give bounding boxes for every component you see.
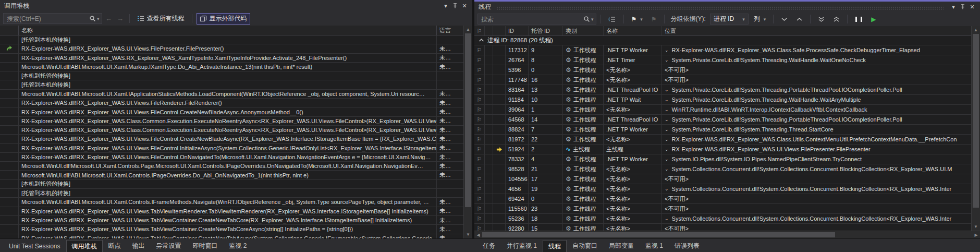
id-column-header[interactable]: ID: [506, 26, 529, 35]
expand-location-icon[interactable]: ⌄: [665, 107, 669, 112]
columns-button[interactable]: 列 ▾: [751, 14, 769, 25]
collapse-stacks-button[interactable]: [793, 14, 806, 25]
right-panel-tab[interactable]: 并行监视 1: [501, 240, 543, 252]
search-icon[interactable]: [89, 15, 96, 22]
thaw-thread-button[interactable]: ▶: [868, 14, 879, 25]
thread-flag-icon[interactable]: ⚐: [474, 194, 485, 203]
left-panel-tab[interactable]: 即时窗口: [187, 240, 224, 252]
window-menu-icon[interactable]: ▾: [441, 2, 450, 10]
thread-location[interactable]: ⌄System.Private.CoreLib.dll!System.Threa…: [662, 125, 971, 134]
thread-location[interactable]: ⌄System.IO.Pipes.dll!System.IO.Pipes.Nam…: [662, 154, 971, 164]
thread-flag-icon[interactable]: ⚐: [474, 65, 485, 75]
stack-frame-row[interactable]: RX-Explorer-WAS.dll!RX_Explorer_WAS.UI.V…: [0, 207, 463, 216]
thread-location[interactable]: <不可用>: [662, 194, 971, 203]
stack-frame-row[interactable]: [托管到本机的转换]: [0, 35, 463, 44]
thread-row[interactable]: ⚐6456814⚙工作线程.NET ThreadPool IO⌄System.P…: [474, 115, 971, 125]
thread-row[interactable]: ⚐267648⚙工作线程.NET Timer⌄System.Private.Co…: [474, 55, 971, 65]
call-stack-vertical-scrollbar[interactable]: ▲ ▼: [463, 26, 472, 238]
left-panel-tab[interactable]: 断点: [103, 240, 127, 252]
stack-frame-row[interactable]: Microsoft.WinUI.dll!Microsoft.UI.Xaml.Co…: [0, 162, 463, 171]
scroll-down-icon[interactable]: ▼: [972, 223, 980, 231]
left-panel-tab[interactable]: 监视 2: [224, 240, 253, 252]
stack-frame-row[interactable]: [本机到托管的转换]: [0, 71, 463, 80]
stack-frame-row[interactable]: Microsoft.WinUI.dll!ABI.Microsoft.UI.Xam…: [0, 171, 463, 179]
thread-flag-icon[interactable]: ⚐: [474, 135, 485, 144]
name-column-header[interactable]: 名称: [19, 26, 437, 35]
thread-row[interactable]: ⚐11774816⚙工作线程<无名称><不可用>: [474, 75, 971, 85]
stack-frame-row[interactable]: Microsoft.WinUI.dll!ABI.Microsoft.UI.Xam…: [0, 90, 463, 99]
thread-flag-icon[interactable]: ⚐: [474, 145, 485, 154]
stack-frame-row[interactable]: Microsoft.WinUI.dll!ABI.Microsoft.UI.Xam…: [0, 63, 463, 71]
stack-frame-row[interactable]: [托管到本机的转换]: [0, 80, 463, 89]
thread-location[interactable]: <不可用>: [662, 75, 971, 85]
thread-flag-icon[interactable]: ⚐: [474, 214, 485, 223]
thread-location[interactable]: ⌄System.Collections.Concurrent.dll!Syste…: [662, 214, 971, 223]
stack-frame-row[interactable]: RX-Explorer-WAS.dll!RX_Explorer_WAS.UI.V…: [0, 99, 463, 107]
expand-location-icon[interactable]: ⌄: [665, 186, 669, 191]
thread-flag-icon[interactable]: ⚐: [474, 45, 485, 55]
right-panel-tab[interactable]: 自动窗口: [567, 240, 603, 252]
thread-location[interactable]: <不可用>: [662, 224, 971, 231]
call-stack-search-input[interactable]: [7, 15, 89, 22]
thread-flag-icon[interactable]: ⚐: [474, 55, 485, 65]
freeze-thread-button[interactable]: [852, 14, 866, 25]
search-options-chevron-icon[interactable]: ▾: [591, 17, 594, 22]
thread-row[interactable]: ⚐519242∿主线程主线程⌄RX-Explorer-WAS.dll!RX_Ex…: [474, 145, 971, 154]
right-panel-tab[interactable]: 监视 1: [640, 240, 669, 252]
thread-location[interactable]: ⌄RX-Explorer-WAS.dll!RX_Explorer_WAS.UI.…: [662, 145, 971, 154]
right-panel-tab[interactable]: 任务: [477, 240, 501, 252]
scroll-track[interactable]: [972, 34, 980, 223]
left-panel-tab[interactable]: Unit Test Sessions: [3, 240, 66, 252]
scroll-right-icon[interactable]: ▶: [972, 233, 980, 237]
stack-frame-row[interactable]: RX-Explorer-WAS.dll!RX_Explorer_WAS.UI.V…: [0, 153, 463, 162]
thread-flag-icon[interactable]: ⚐: [474, 184, 485, 194]
navigate-forward-icon[interactable]: →: [116, 15, 125, 22]
thread-flag-icon[interactable]: ⚐: [474, 75, 485, 85]
stack-frame-row[interactable]: RX-Explorer-WAS.dll!RX_Explorer_WAS.UI.V…: [0, 216, 463, 225]
thread-flag-icon[interactable]: ⚐: [474, 174, 485, 184]
thread-flag-icon[interactable]: ⚐: [474, 204, 485, 213]
thread-row[interactable]: ⚐10455617⚙工作线程<无名称><不可用>: [474, 174, 971, 184]
stack-frame-row[interactable]: [本机到托管的转换]: [0, 180, 463, 189]
right-panel-tab[interactable]: 错误列表: [669, 240, 705, 252]
thread-row[interactable]: ⚐11556023⚙工作线程<无名称><不可用>: [474, 204, 971, 214]
left-panel-tab[interactable]: 输出: [127, 240, 151, 252]
stack-frame-row[interactable]: RX-Explorer-WAS.dll!RX_Explorer_WAS.UI.V…: [0, 135, 463, 143]
view-all-threads-button[interactable]: 查看所有线程: [134, 13, 188, 25]
thread-location[interactable]: ⌄RX-Explorer-WAS.dll!RX_Explorer_WAS.Cla…: [662, 135, 971, 144]
scroll-thumb[interactable]: [973, 34, 979, 208]
thread-location[interactable]: ⌄RX-Explorer-WAS.dll!RX_Explorer_WAS.Cla…: [662, 45, 971, 55]
thread-flag-icon[interactable]: ⚐: [474, 105, 485, 114]
stack-frame-row[interactable]: RX-Explorer-WAS.dll!RX_Explorer_WAS.UI.V…: [0, 144, 463, 153]
flag-current-thread-button[interactable]: ⚑: [648, 14, 660, 25]
thread-row[interactable]: ⚐5523618⚙工作线程<无名称>⌄System.Collections.Co…: [474, 214, 971, 224]
thread-location[interactable]: <不可用>: [662, 204, 971, 213]
close-icon[interactable]: ✕: [460, 2, 469, 10]
titlebar-drag-area[interactable]: [496, 6, 944, 10]
stack-frame-row[interactable]: RX-Explorer-WAS.dll!RX_Explorer_WAS.RX_E…: [0, 54, 463, 63]
right-panel-tab[interactable]: 线程: [543, 240, 567, 252]
thread-flag-icon[interactable]: ⚐: [474, 125, 485, 134]
thread-flag-icon[interactable]: ⚐: [474, 224, 485, 231]
expand-location-icon[interactable]: ⌄: [665, 137, 669, 142]
expand-location-icon[interactable]: ⌄: [665, 166, 669, 172]
scroll-left-icon[interactable]: ◀: [474, 233, 482, 237]
thread-flag-icon[interactable]: ⚐: [474, 115, 485, 124]
scroll-down-icon[interactable]: ▼: [464, 231, 472, 238]
call-stack-titlebar[interactable]: 调用堆栈 ▾ ✕: [0, 0, 472, 11]
scroll-up-icon[interactable]: ▲: [972, 26, 980, 34]
category-column-header[interactable]: 类别: [563, 26, 604, 35]
scroll-thumb[interactable]: [465, 33, 471, 207]
stack-frame-row[interactable]: [托管到本机的转换]: [0, 189, 463, 198]
call-stack-search[interactable]: ▾: [3, 13, 102, 24]
thread-row[interactable]: ⚐8197222⚙工作线程<无名称>⌄RX-Explorer-WAS.dll!R…: [474, 135, 971, 145]
process-group-header[interactable]: 进程 ID: 82868 (20 线程): [474, 36, 971, 45]
expand-location-icon[interactable]: ⌄: [665, 47, 669, 53]
thread-location[interactable]: ⌄WinRT.Runtime.dll!ABI.WinRT.Interop.ICo…: [662, 105, 971, 114]
thread-row[interactable]: ⚐9118410⚙工作线程.NET TP Wait⌄System.Private…: [474, 95, 971, 105]
stack-frame-row[interactable]: RX-Explorer-WAS.dll!RX_Explorer_WAS.UI.V…: [0, 44, 463, 53]
navigate-back-icon[interactable]: ←: [104, 15, 114, 22]
thread-location[interactable]: ⌄System.Private.CoreLib.dll!System.Threa…: [662, 55, 971, 65]
thread-row[interactable]: ⚐694240⚙工作线程<无名称><不可用>: [474, 194, 971, 204]
threads-search[interactable]: ▾: [477, 14, 596, 25]
